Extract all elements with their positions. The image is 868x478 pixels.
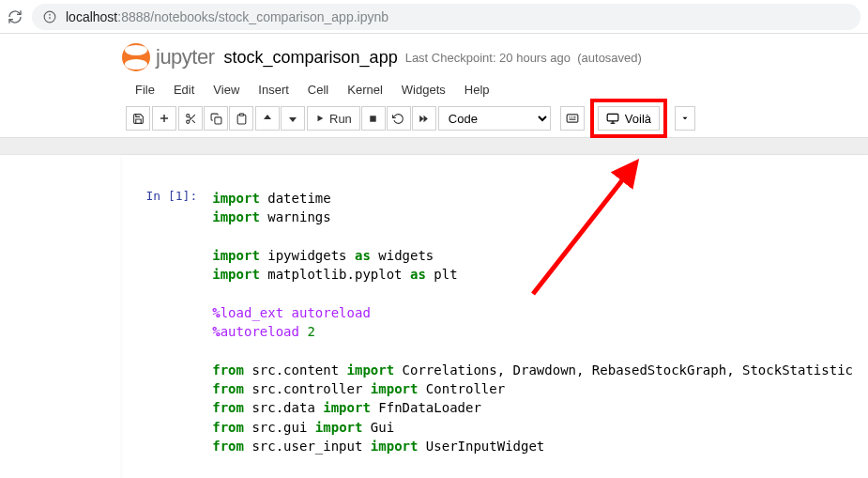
- restart-run-all-button[interactable]: [412, 106, 436, 131]
- notebook-area: In [1]: import datetime import warnings …: [122, 155, 868, 478]
- svg-rect-10: [214, 116, 221, 123]
- url-bar[interactable]: localhost:8888/notebooks/stock_compariso…: [32, 4, 860, 30]
- svg-line-9: [189, 116, 190, 118]
- move-up-button[interactable]: [255, 106, 280, 131]
- svg-rect-16: [567, 115, 578, 122]
- jupyter-logo-icon: [122, 43, 150, 71]
- move-down-button[interactable]: [281, 106, 305, 131]
- menu-cell[interactable]: Cell: [298, 79, 338, 100]
- voila-button[interactable]: Voilà: [598, 106, 660, 131]
- svg-rect-13: [371, 116, 376, 121]
- cell-type-select[interactable]: Code: [438, 106, 551, 131]
- notebook-title[interactable]: stock_comparison_app: [224, 48, 398, 68]
- svg-rect-21: [607, 114, 618, 121]
- menu-widgets[interactable]: Widgets: [392, 79, 455, 100]
- checkpoint-text: Last Checkpoint: 20 hours ago (autosaved…: [405, 51, 642, 65]
- site-info-icon[interactable]: [43, 10, 56, 23]
- menu-bar: File Edit View Insert Cell Kernel Widget…: [122, 75, 868, 103]
- run-button[interactable]: Run: [307, 106, 360, 131]
- svg-marker-14: [420, 115, 424, 122]
- command-palette-button[interactable]: [560, 106, 585, 131]
- url-host: localhost: [66, 9, 117, 24]
- url-path: /notebooks/stock_comparison_app.ipynb: [150, 9, 388, 24]
- jupyter-logo-text: jupyter: [156, 45, 215, 69]
- svg-marker-12: [318, 116, 324, 122]
- code-cell[interactable]: In [1]: import datetime import warnings …: [122, 183, 868, 478]
- cell-code[interactable]: import datetime import warnings import i…: [206, 187, 859, 478]
- toolbar: Run Code: [122, 103, 868, 137]
- logo-row: jupyter stock_comparison_app Last Checkp…: [122, 34, 868, 75]
- header-gap: [0, 138, 868, 155]
- svg-line-8: [191, 119, 194, 122]
- paste-button[interactable]: [229, 106, 253, 131]
- interrupt-button[interactable]: [361, 106, 386, 131]
- reload-icon[interactable]: [8, 9, 23, 24]
- jupyter-logo[interactable]: jupyter: [122, 43, 215, 71]
- menu-insert[interactable]: Insert: [249, 79, 298, 100]
- menu-help[interactable]: Help: [455, 79, 499, 100]
- cell-prompt: In [1]:: [131, 187, 206, 478]
- menu-file[interactable]: File: [126, 79, 164, 100]
- cut-button[interactable]: [178, 106, 203, 131]
- copy-button[interactable]: [204, 106, 228, 131]
- svg-point-6: [186, 120, 189, 123]
- svg-point-5: [186, 114, 189, 116]
- chevron-down-icon: [680, 114, 690, 123]
- restart-button[interactable]: [387, 106, 411, 131]
- menu-edit[interactable]: Edit: [164, 79, 204, 100]
- browser-address-bar: localhost:8888/notebooks/stock_compariso…: [0, 0, 868, 34]
- url-port: :8888: [117, 9, 150, 24]
- svg-marker-15: [424, 115, 428, 122]
- voila-dropdown-button[interactable]: [675, 106, 695, 131]
- menu-kernel[interactable]: Kernel: [338, 79, 392, 100]
- svg-rect-11: [239, 114, 243, 116]
- add-cell-button[interactable]: [152, 106, 176, 131]
- monitor-icon: [606, 113, 619, 124]
- jupyter-header: jupyter stock_comparison_app Last Checkp…: [0, 34, 868, 138]
- save-button[interactable]: [126, 106, 150, 131]
- svg-point-2: [50, 14, 51, 15]
- menu-view[interactable]: View: [204, 79, 249, 100]
- voila-highlight-box: Voilà: [590, 99, 667, 138]
